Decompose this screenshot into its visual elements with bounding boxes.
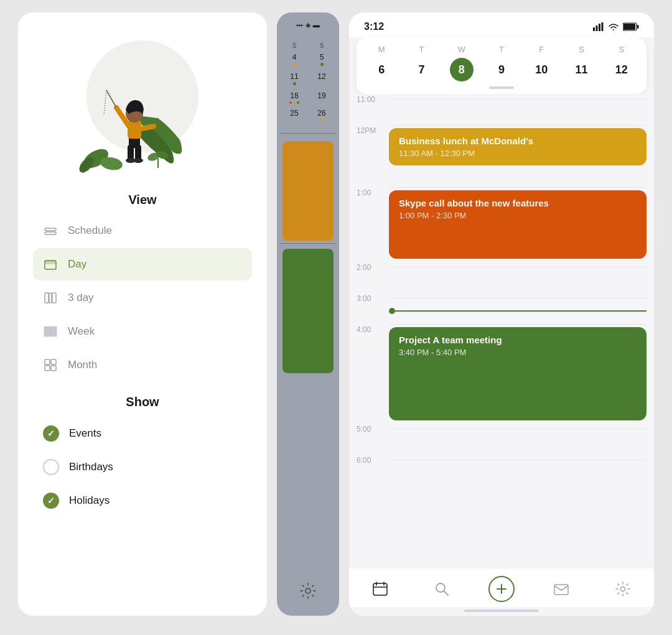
view-item-day[interactable]: Day <box>33 248 252 280</box>
week-day-col-T1[interactable]: T 7 <box>405 45 437 81</box>
nav-search-button[interactable] <box>426 578 457 600</box>
bottom-nav <box>349 568 654 607</box>
events-checkbox[interactable] <box>43 425 59 442</box>
wifi-icon-strip: ◈ <box>306 21 310 29</box>
nav-add-button[interactable] <box>488 576 515 602</box>
view-item-month[interactable]: Month <box>33 349 252 381</box>
day-num-9: 9 <box>490 58 513 81</box>
calendar-nav-icon <box>372 581 388 597</box>
time-label-12pm: 12PM <box>357 125 389 135</box>
svg-rect-33 <box>45 366 50 371</box>
strip-divider <box>280 133 336 134</box>
phone-status-icons <box>593 22 639 31</box>
week-day-col-W[interactable]: W 8 <box>446 45 478 81</box>
week-day-col-F[interactable]: F 10 <box>525 45 558 81</box>
week-icon <box>43 324 58 339</box>
battery-icon <box>623 22 639 31</box>
nav-calendar-button[interactable] <box>365 578 396 600</box>
week-day-col-T2[interactable]: T 9 <box>485 45 518 81</box>
event-card-2[interactable]: Skype call about the new features 1:00 P… <box>389 190 646 259</box>
time-label-400: 4:00 <box>357 324 389 334</box>
app-container: View Schedule D <box>0 0 672 635</box>
time-slot-500: 5:00 <box>357 424 646 455</box>
3day-icon <box>43 290 58 305</box>
schedule-label: Schedule <box>68 225 112 237</box>
strip-header-s2: S <box>313 42 330 49</box>
strip-gear-icon[interactable] <box>299 582 317 603</box>
day-letter-S2: S <box>618 45 624 54</box>
svg-rect-26 <box>47 327 49 336</box>
time-label-200: 2:00 <box>357 262 389 272</box>
svg-rect-41 <box>623 24 635 30</box>
event-card-1[interactable]: Business lunch at McDonald's 11:30 AM - … <box>389 128 646 165</box>
holidays-checkbox[interactable] <box>43 493 59 509</box>
svg-rect-18 <box>45 228 56 231</box>
time-label-500: 5:00 <box>357 424 389 433</box>
svg-rect-24 <box>52 293 56 303</box>
view-section-title: View <box>33 193 252 207</box>
svg-rect-22 <box>45 293 49 303</box>
time-slot-100: 1:00 Skype call about the new features 1… <box>357 187 646 262</box>
current-time-bar <box>395 310 646 312</box>
event-1-time: 11:30 AM - 12:30 PM <box>399 149 637 158</box>
day-num-12: 12 <box>610 58 633 81</box>
svg-rect-28 <box>51 327 53 336</box>
time-slot-1100: 11:00 <box>357 94 646 125</box>
svg-rect-23 <box>49 293 52 303</box>
svg-rect-31 <box>45 359 50 364</box>
show-item-holidays[interactable]: Holidays <box>33 484 252 517</box>
battery-icon-strip: ▬ <box>313 21 320 29</box>
day-letter-T1: T <box>419 45 424 54</box>
day-letter-M: M <box>378 45 385 54</box>
illustration <box>18 12 267 193</box>
svg-rect-19 <box>45 232 56 234</box>
strip-day-12[interactable]: 12 <box>313 72 330 86</box>
svg-point-52 <box>621 587 625 591</box>
strip-day-25[interactable]: 25 <box>286 109 303 123</box>
event-3-title: Project A team meeting <box>399 335 637 345</box>
view-item-3day[interactable]: 3 day <box>33 282 252 314</box>
signal-icon: ▪▪▪ <box>296 22 303 29</box>
show-item-birthdays[interactable]: Birthdays <box>33 450 252 484</box>
nav-mail-button[interactable] <box>546 578 577 600</box>
event-3-time: 3:40 PM - 5:40 PM <box>399 348 637 357</box>
3day-label: 3 day <box>68 292 94 304</box>
strip-day-11[interactable]: 11 <box>286 72 303 86</box>
strip-day-26[interactable]: 26 <box>313 109 330 123</box>
strip-day-4[interactable]: 4 <box>286 53 303 67</box>
strip-day-18[interactable]: 18 <box>286 91 303 104</box>
show-item-events[interactable]: Events <box>33 417 252 450</box>
svg-rect-39 <box>602 22 604 31</box>
svg-rect-21 <box>45 261 56 264</box>
birthdays-checkbox[interactable] <box>43 459 59 475</box>
time-label-600: 6:00 <box>357 455 389 465</box>
svg-point-35 <box>306 588 310 593</box>
svg-rect-25 <box>44 327 46 336</box>
view-item-schedule[interactable]: Schedule <box>33 215 252 247</box>
day-num-10: 10 <box>530 58 553 81</box>
day-num-6: 6 <box>370 58 393 81</box>
event-2-time: 1:00 PM - 2:30 PM <box>399 211 637 220</box>
timeline[interactable]: 11:00 12PM Business lunch at McDonald's … <box>349 94 654 568</box>
week-day-col-S1[interactable]: S 11 <box>566 45 598 81</box>
right-panel: 3:12 <box>349 12 654 616</box>
strip-divider-2 <box>280 243 336 244</box>
event-card-3[interactable]: Project A team meeting 3:40 PM - 5:40 PM <box>389 327 646 420</box>
strip-day-19[interactable]: 19 <box>313 91 330 104</box>
nav-settings-button[interactable] <box>607 578 638 600</box>
week-day-col-S2[interactable]: S 12 <box>605 45 638 81</box>
add-nav-icon <box>495 582 508 596</box>
bottom-handle <box>464 610 539 612</box>
week-day-col-M[interactable]: M 6 <box>365 45 398 81</box>
strip-day-5[interactable]: 5 <box>313 53 330 67</box>
middle-strip: ▪▪▪ ◈ ▬ S S 4 5 <box>277 12 339 616</box>
event-2-title: Skype call about the new features <box>399 198 637 208</box>
time-slot-200: 2:00 <box>357 262 646 293</box>
strip-event-block-1 <box>282 141 334 241</box>
day-num-7: 7 <box>409 58 433 81</box>
show-section-title: Show <box>33 395 252 409</box>
svg-rect-34 <box>51 366 56 371</box>
time-label-100: 1:00 <box>357 187 389 197</box>
svg-rect-38 <box>599 24 600 31</box>
view-item-week[interactable]: Week <box>33 315 252 348</box>
